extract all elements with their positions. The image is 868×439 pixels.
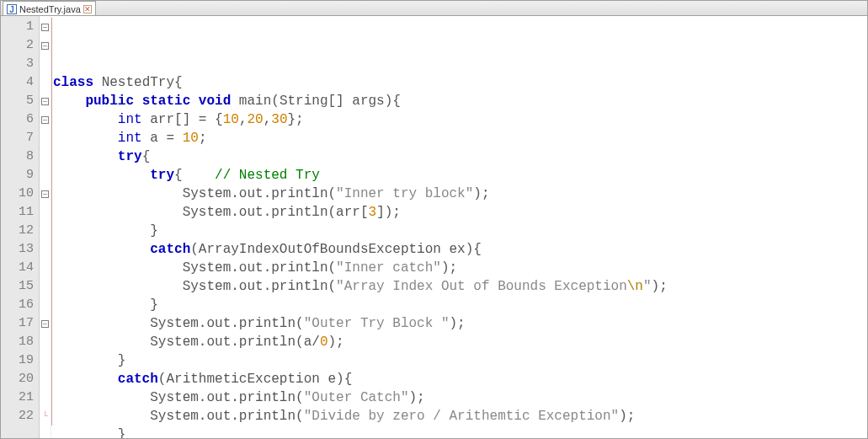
- token-punc: {: [174, 168, 183, 183]
- token-punc: );: [450, 316, 466, 331]
- token-punc: (: [296, 316, 304, 331]
- token-ident: arr: [150, 112, 174, 127]
- token-ident: out: [206, 316, 231, 331]
- fold-minus-icon[interactable]: −: [41, 116, 49, 124]
- line-number: 13: [1, 240, 34, 259]
- token-punc: {: [142, 149, 151, 164]
- token-punc: {: [215, 112, 223, 127]
- token-punc: .: [231, 316, 239, 331]
- code-line[interactable]: catch(ArrayIndexOutOfBoundsException ex)…: [53, 240, 867, 259]
- token-punc: .: [264, 260, 272, 276]
- token-punc: ,: [264, 112, 272, 127]
- fold-marker[interactable]: −: [40, 36, 51, 55]
- code-line[interactable]: System.out.println(arr[3]);: [53, 203, 867, 222]
- token-num: 10: [183, 131, 199, 146]
- code-line[interactable]: System.out.println("Outer Catch");: [53, 388, 867, 407]
- token-ident: System: [150, 316, 199, 331]
- code-line[interactable]: System.out.println("Divide by zero / Ari…: [53, 407, 867, 426]
- structure-guide: [51, 18, 52, 426]
- code-line[interactable]: System.out.println(a/0);: [53, 333, 867, 351]
- code-line[interactable]: class NestedTry{: [53, 73, 867, 92]
- token-str: ": [643, 279, 652, 294]
- code-editor[interactable]: 12345678910111213141516171819202122 −− −…: [1, 16, 867, 439]
- token-punc: (: [296, 409, 304, 424]
- fold-marker: [40, 222, 51, 240]
- token-ident: out: [206, 390, 231, 405]
- token-ident: out: [206, 409, 231, 424]
- code-line[interactable]: System.out.println("Inner catch");: [53, 259, 867, 277]
- token-punc: (: [190, 242, 199, 257]
- fold-marker: [40, 203, 51, 222]
- token-punc: [: [360, 205, 369, 220]
- token-op: =: [166, 131, 174, 146]
- token-punc: };: [288, 112, 304, 127]
- token-punc: .: [231, 390, 239, 405]
- code-area[interactable]: class NestedTry{ public static void main…: [51, 16, 867, 439]
- token-punc: (: [271, 94, 280, 109]
- code-line[interactable]: int arr[] = {10,20,30};: [53, 110, 867, 129]
- token-punc: {: [392, 94, 401, 109]
- line-number: 15: [1, 277, 34, 296]
- token-ident: out: [206, 335, 231, 350]
- code-line[interactable]: catch(ArithmeticException e){: [53, 370, 867, 388]
- line-number: 6: [1, 110, 34, 129]
- fold-marker[interactable]: −: [40, 185, 51, 203]
- token-punc: (: [327, 260, 336, 276]
- line-number: 17: [1, 314, 34, 333]
- token-str: "Outer Catch": [304, 390, 409, 405]
- line-number: 19: [1, 351, 34, 370]
- token-punc: );: [328, 335, 344, 350]
- code-line[interactable]: System.out.println("Array Index Out of B…: [53, 277, 867, 296]
- line-number: 18: [1, 333, 34, 351]
- token-str: "Divide by zero / Arithemtic Exception": [304, 409, 619, 424]
- code-line[interactable]: }: [53, 296, 867, 314]
- code-line[interactable]: int a = 10;: [53, 129, 867, 147]
- token-punc: );: [619, 409, 635, 424]
- token-ident: out: [239, 205, 264, 220]
- tab-nestedtry[interactable]: J NestedTry.java ✕: [3, 1, 96, 15]
- fold-marker: [40, 277, 51, 296]
- code-line[interactable]: try{: [53, 147, 867, 166]
- fold-marker: [40, 370, 51, 388]
- token-punc: (: [296, 335, 304, 350]
- fold-minus-icon[interactable]: −: [41, 24, 49, 31]
- line-number: 14: [1, 259, 34, 277]
- token-num: 20: [248, 112, 264, 127]
- fold-minus-icon[interactable]: −: [41, 190, 49, 198]
- token-punc: .: [199, 335, 207, 350]
- fold-marker[interactable]: └: [40, 407, 51, 426]
- fold-marker: [40, 296, 51, 314]
- fold-minus-icon[interactable]: −: [41, 320, 49, 328]
- fold-marker: [40, 129, 51, 147]
- token-ident: args: [352, 94, 384, 109]
- token-type: int: [118, 112, 142, 127]
- code-line[interactable]: System.out.println("Inner try block");: [53, 185, 867, 203]
- fold-marker: [40, 333, 51, 351]
- fold-minus-icon[interactable]: −: [41, 98, 49, 105]
- fold-marker[interactable]: −: [40, 314, 51, 333]
- line-number: 7: [1, 129, 34, 147]
- fold-marker[interactable]: −: [40, 92, 51, 110]
- token-ident: System: [150, 390, 199, 405]
- token-num: 0: [320, 335, 328, 350]
- code-line[interactable]: }: [53, 426, 867, 439]
- code-line[interactable]: }: [53, 222, 867, 240]
- token-ident: String: [280, 94, 328, 109]
- code-line[interactable]: System.out.println("Outer Try Block ");: [53, 314, 867, 333]
- close-icon[interactable]: ✕: [83, 5, 92, 13]
- fold-marker[interactable]: −: [40, 110, 51, 129]
- code-line[interactable]: try{ // Nested Try: [53, 166, 867, 185]
- token-punc: ): [466, 242, 474, 257]
- code-line[interactable]: }: [53, 351, 867, 370]
- line-number: 10: [1, 185, 34, 203]
- token-ident: println: [239, 316, 296, 331]
- fold-marker: [40, 73, 51, 92]
- fold-minus-icon[interactable]: −: [41, 42, 49, 50]
- token-ident: println: [271, 186, 327, 201]
- token-ident: println: [271, 260, 327, 276]
- token-ident: ArithmeticException: [166, 372, 319, 387]
- code-line[interactable]: public static void main(String[] args){: [53, 92, 867, 110]
- token-punc: );: [473, 186, 489, 201]
- fold-marker[interactable]: −: [40, 18, 51, 36]
- line-number-gutter: 12345678910111213141516171819202122: [1, 16, 40, 439]
